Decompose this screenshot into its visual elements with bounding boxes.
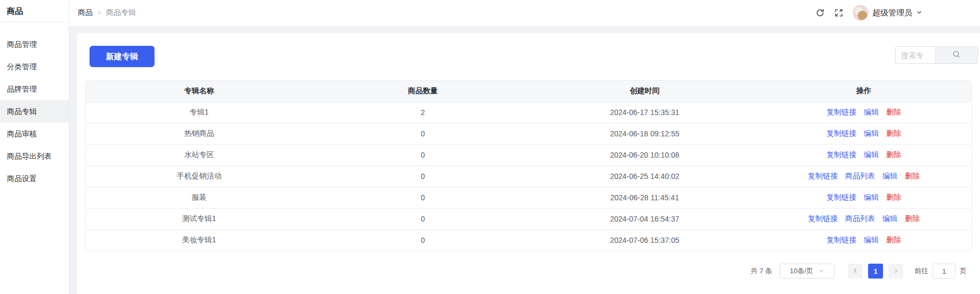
action-link[interactable]: 编辑 xyxy=(864,193,879,201)
goto-label: 前往 xyxy=(914,266,928,276)
column-header: 商品数量 xyxy=(312,80,533,102)
table-row: 热销商品02024-06-18 09:12:55复制链接编辑删除 xyxy=(86,123,971,144)
action-link[interactable]: 复制链接 xyxy=(827,150,856,159)
table-row: 测试专辑102024-07-04 16:54:37复制链接商品列表编辑删除 xyxy=(86,208,971,230)
chevron-left-icon xyxy=(852,267,858,275)
column-header: 操作 xyxy=(756,80,971,102)
row-actions: 复制链接编辑删除 xyxy=(756,144,971,166)
prev-page-button[interactable] xyxy=(848,264,863,279)
action-link[interactable]: 编辑 xyxy=(882,172,897,180)
table-row: 美妆专辑102024-07-06 15:37:05复制链接编辑删除 xyxy=(86,230,971,251)
search-input[interactable] xyxy=(895,46,935,64)
content-card: 新建专辑 专辑名称商品数量创建时间操作 专辑1220 xyxy=(77,33,980,294)
pagination: 共 7 条 10条/页 1 xyxy=(85,264,972,279)
album-name: 服装 xyxy=(86,187,312,208)
action-link[interactable]: 编辑 xyxy=(864,129,879,137)
column-header: 创建时间 xyxy=(533,80,756,102)
action-link[interactable]: 复制链接 xyxy=(827,129,856,137)
row-actions: 复制链接编辑删除 xyxy=(756,230,971,251)
row-actions: 复制链接编辑删除 xyxy=(756,187,971,208)
refresh-icon[interactable] xyxy=(815,8,825,18)
album-name: 美妆专辑1 xyxy=(86,230,312,251)
search-button[interactable] xyxy=(935,46,978,64)
product-count: 0 xyxy=(312,187,533,208)
album-name: 专辑1 xyxy=(86,102,312,123)
action-link[interactable]: 删除 xyxy=(905,172,920,180)
goto-suffix: 页 xyxy=(960,266,967,276)
action-link[interactable]: 复制链接 xyxy=(808,214,838,223)
created-time: 2024-07-04 16:54:37 xyxy=(533,208,756,230)
created-time: 2024-06-18 09:12:55 xyxy=(533,123,756,144)
created-time: 2024-06-25 14:40:02 xyxy=(533,166,756,187)
product-count: 0 xyxy=(312,166,533,187)
user-name: 超级管理员 xyxy=(872,8,912,18)
sidebar-item[interactable]: 商品审核 xyxy=(0,123,69,145)
table-row: 专辑122024-06-17 15:35:31复制链接编辑删除 xyxy=(86,102,971,123)
album-name: 热销商品 xyxy=(86,123,312,144)
action-link[interactable]: 删除 xyxy=(886,129,901,137)
product-count: 0 xyxy=(312,123,533,144)
action-link[interactable]: 商品列表 xyxy=(845,214,875,223)
action-link[interactable]: 复制链接 xyxy=(827,193,856,201)
action-link[interactable]: 编辑 xyxy=(864,235,879,244)
table-header: 专辑名称商品数量创建时间操作 xyxy=(86,80,971,102)
action-link[interactable]: 删除 xyxy=(886,150,901,159)
created-time: 2024-06-28 11:45:41 xyxy=(533,187,756,208)
action-link[interactable]: 编辑 xyxy=(864,150,879,159)
row-actions: 复制链接商品列表编辑删除 xyxy=(756,208,971,230)
fullscreen-icon[interactable] xyxy=(834,8,844,18)
topbar: 商品 > 商品专辑 超级管理员 xyxy=(69,0,980,26)
goto-page-input[interactable] xyxy=(933,264,955,279)
user-menu[interactable]: 超级管理员 xyxy=(853,5,922,21)
action-link[interactable]: 复制链接 xyxy=(827,235,856,244)
sidebar-item[interactable]: 商品管理 xyxy=(0,33,69,55)
chevron-down-icon xyxy=(819,267,824,275)
breadcrumb-item-current: 商品专辑 xyxy=(106,8,136,18)
breadcrumb-item[interactable]: 商品 xyxy=(78,8,93,18)
table-body: 专辑122024-06-17 15:35:31复制链接编辑删除热销商品02024… xyxy=(86,102,971,251)
sidebar-title: 商品 xyxy=(0,0,69,22)
created-time: 2024-07-06 15:37:05 xyxy=(533,230,756,251)
sidebar-item-active[interactable]: 商品专辑 xyxy=(0,100,69,123)
action-link[interactable]: 删除 xyxy=(886,108,901,116)
table-row: 服装02024-06-28 11:45:41复制链接编辑删除 xyxy=(86,187,971,208)
row-actions: 复制链接编辑删除 xyxy=(756,102,971,123)
sidebar-item[interactable]: 分类管理 xyxy=(0,55,69,78)
search-icon xyxy=(952,50,961,60)
action-link[interactable]: 删除 xyxy=(886,235,901,244)
product-count: 0 xyxy=(312,230,533,251)
chevron-down-icon xyxy=(916,9,922,17)
action-link[interactable]: 复制链接 xyxy=(808,172,838,180)
avatar xyxy=(853,5,869,21)
product-count: 2 xyxy=(312,102,533,123)
table-row: 水站专区02024-06-20 10:10:08复制链接编辑删除 xyxy=(86,144,971,166)
create-album-button[interactable]: 新建专辑 xyxy=(90,46,155,67)
sidebar-item[interactable]: 商品设置 xyxy=(0,167,69,190)
action-link[interactable]: 编辑 xyxy=(882,214,897,223)
row-actions: 复制链接商品列表编辑删除 xyxy=(756,166,971,187)
breadcrumb: 商品 > 商品专辑 xyxy=(78,8,136,18)
action-link[interactable]: 复制链接 xyxy=(827,108,856,116)
search-group xyxy=(895,46,978,64)
row-actions: 复制链接编辑删除 xyxy=(756,123,971,144)
product-count: 0 xyxy=(312,208,533,230)
pagination-total: 共 7 条 xyxy=(751,266,772,276)
action-link[interactable]: 商品列表 xyxy=(845,172,875,180)
next-page-button[interactable] xyxy=(888,264,903,279)
created-time: 2024-06-17 15:35:31 xyxy=(533,102,756,123)
sidebar-menu: 商品管理分类管理品牌管理商品专辑商品审核商品导出列表商品设置 xyxy=(0,22,69,190)
page-size-value: 10条/页 xyxy=(790,266,813,276)
album-name: 水站专区 xyxy=(86,144,312,166)
page-number-button[interactable]: 1 xyxy=(868,264,883,279)
breadcrumb-separator: > xyxy=(98,9,101,17)
sidebar-item[interactable]: 品牌管理 xyxy=(0,78,69,100)
action-link[interactable]: 删除 xyxy=(905,214,920,223)
album-table: 专辑名称商品数量创建时间操作 专辑122024-06-17 15:35:31复制… xyxy=(85,80,972,251)
page-size-select[interactable]: 10条/页 xyxy=(780,264,835,279)
chevron-right-icon xyxy=(893,267,899,275)
sidebar-item[interactable]: 商品导出列表 xyxy=(0,145,69,167)
table-row: 手机促销活动02024-06-25 14:40:02复制链接商品列表编辑删除 xyxy=(86,166,971,187)
product-count: 0 xyxy=(312,144,533,166)
action-link[interactable]: 编辑 xyxy=(864,108,879,116)
action-link[interactable]: 删除 xyxy=(886,193,901,201)
